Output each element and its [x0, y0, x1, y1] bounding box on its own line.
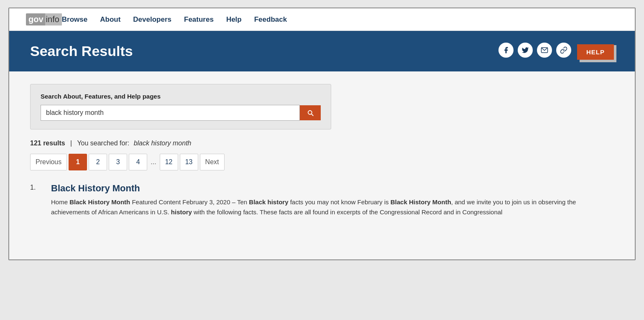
main-content: Search About, Features, and Help pages 1…	[9, 71, 635, 259]
social-icons	[498, 43, 571, 58]
results-count: 121 results	[30, 140, 65, 147]
ellipsis: ...	[149, 158, 158, 166]
result-snippet: Home Black History Month Featured Conten…	[51, 197, 614, 217]
result-item: 1. Black History Month Home Black Histor…	[30, 183, 614, 217]
result-title[interactable]: Black History Month	[51, 183, 614, 194]
nav-about[interactable]: About	[100, 15, 120, 24]
page-12-button[interactable]: 12	[160, 154, 178, 170]
help-btn-container: HELP	[577, 43, 614, 60]
nav-browse[interactable]: Browse	[62, 15, 87, 24]
search-row	[41, 105, 321, 121]
logo-gov: gov	[26, 13, 45, 25]
page-3-button[interactable]: 3	[109, 154, 127, 170]
results-info: 121 results | You searched for: black hi…	[30, 140, 614, 147]
pagination: Previous 1 2 3 4 ... 12 13 Next	[30, 154, 614, 170]
result-body: Black History Month Home Black History M…	[51, 183, 614, 217]
search-button[interactable]	[300, 105, 321, 120]
separator: |	[70, 140, 72, 147]
page-frame: gov info Browse About Developers Feature…	[8, 8, 636, 260]
nav-help[interactable]: Help	[226, 15, 242, 24]
search-label: Search About, Features, and Help pages	[41, 93, 321, 100]
help-button[interactable]: HELP	[577, 44, 614, 60]
logo[interactable]: gov info	[26, 13, 62, 25]
twitter-icon[interactable]	[518, 43, 533, 58]
top-nav: gov info Browse About Developers Feature…	[9, 8, 635, 31]
email-icon[interactable]	[537, 43, 552, 58]
nav-developers[interactable]: Developers	[133, 15, 171, 24]
prev-button[interactable]: Previous	[30, 154, 67, 170]
nav-links: Browse About Developers Features Help Fe…	[62, 15, 287, 24]
logo-info: info	[45, 13, 62, 25]
page-13-button[interactable]: 13	[180, 154, 198, 170]
result-number: 1.	[30, 183, 43, 217]
page-title: Search Results	[30, 43, 133, 59]
link-icon[interactable]	[556, 43, 571, 58]
next-button[interactable]: Next	[200, 154, 225, 170]
page-1-button[interactable]: 1	[69, 154, 87, 170]
facebook-icon[interactable]	[498, 43, 514, 58]
search-icon	[307, 109, 314, 117]
blue-banner: Search Results	[9, 31, 635, 71]
search-query: black history month	[134, 140, 192, 147]
search-box-area: Search About, Features, and Help pages	[30, 84, 331, 130]
search-input[interactable]	[41, 105, 300, 121]
page-2-button[interactable]: 2	[89, 154, 107, 170]
nav-feedback[interactable]: Feedback	[254, 15, 287, 24]
nav-features[interactable]: Features	[184, 15, 214, 24]
page-4-button[interactable]: 4	[129, 154, 147, 170]
you-searched-label: You searched for:	[77, 140, 129, 147]
